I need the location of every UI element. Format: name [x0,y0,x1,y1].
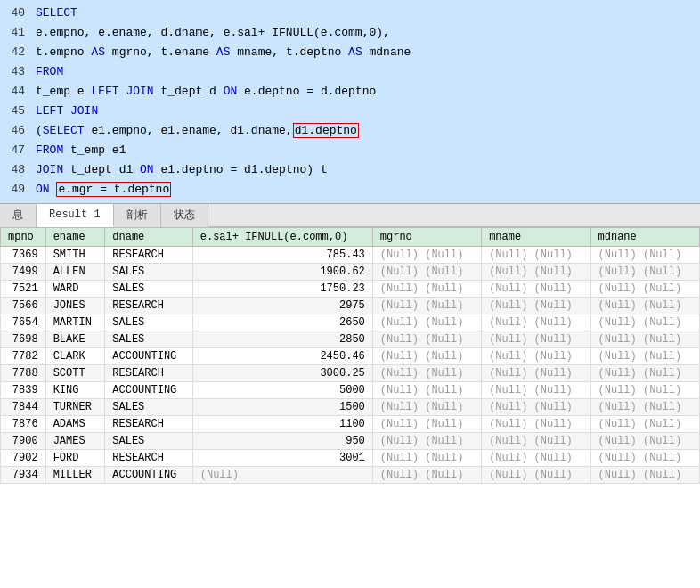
table-row: 7788SCOTTRESEARCH3000.25(Null) (Null)(Nu… [1,365,700,382]
table-row: 7698BLAKESALES2850(Null) (Null)(Null) (N… [1,331,700,348]
table-cell: (Null) (Null) [590,314,699,331]
keyword: AS [348,45,362,59]
table-cell: (Null) (Null) [482,450,590,467]
code-line: 44 t_emp e LEFT JOIN t_dept d ON e.deptn… [0,82,700,102]
code-line: 46 (SELECT e1.empno, e1.ename, d1.dname,… [0,121,700,141]
table-cell: WARD [45,281,105,298]
highlighted-text-2: e.mgr = t.deptno [56,182,171,197]
table-cell: (Null) (Null) [482,433,590,450]
null-value: (Null) (Null) [380,384,464,396]
line-content: (SELECT e1.empno, e1.ename, d1.dname,d1.… [32,122,700,140]
table-row: 7499ALLENSALES1900.62(Null) (Null)(Null)… [1,264,700,281]
code-line: 41 e.empno, e.ename, d.dname, e.sal+ IFN… [0,23,700,43]
line-number: 46 [0,122,32,140]
table-row: 7934MILLERACCOUNTING(Null)(Null) (Null)(… [1,467,700,484]
table-cell: SALES [105,281,192,298]
null-value: (Null) (Null) [380,350,464,363]
null-value: (Null) (Null) [598,265,682,278]
null-value: (Null) (Null) [380,469,464,481]
table-cell: RESEARCH [105,450,192,467]
table-cell: (Null) (Null) [372,399,481,416]
table-row: 7521WARDSALES1750.23(Null) (Null)(Null) … [1,281,700,298]
tab-息[interactable]: 息 [0,204,37,227]
table-cell: (Null) (Null) [482,348,590,365]
null-value: (Null) [200,469,239,481]
column-header: e.sal+ IFNULL(e.comm,0) [192,228,372,247]
keyword: FROM [36,143,63,157]
code-line: 45LEFT JOIN [0,102,700,121]
null-value: (Null) (Null) [598,299,682,312]
table-cell: (Null) (Null) [590,450,699,467]
table-cell: (Null) (Null) [482,247,590,264]
keyword: AS [91,45,105,59]
table-cell: SALES [105,399,192,416]
table-cell: (Null) (Null) [482,365,590,382]
null-value: (Null) (Null) [489,282,573,295]
table-cell: 1500 [192,399,372,416]
table-cell: (Null) (Null) [590,399,699,416]
table-cell: (Null) (Null) [482,298,590,314]
table-cell: (Null) (Null) [372,247,481,264]
line-number: 48 [0,161,32,179]
table-cell: 7902 [1,450,46,467]
null-value: (Null) (Null) [380,249,464,261]
table-cell: 2650 [192,314,372,331]
table-row: 7654MARTINSALES2650(Null) (Null)(Null) (… [1,314,700,331]
table-cell: SALES [105,314,192,331]
table-cell: (Null) (Null) [482,399,590,416]
table-cell: JAMES [45,433,105,450]
table-row: 7902FORDRESEARCH3001(Null) (Null)(Null) … [1,450,700,467]
code-line: 48 JOIN t_dept d1 ON e1.deptno = d1.dept… [0,160,700,180]
null-value: (Null) (Null) [489,384,573,396]
table-cell: (Null) (Null) [590,382,699,399]
table-cell: (Null) (Null) [590,247,699,264]
table-cell: TURNER [45,399,105,416]
null-value: (Null) (Null) [489,316,573,329]
line-content: SELECT [32,4,700,22]
line-content: LEFT JOIN [32,102,700,120]
null-value: (Null) (Null) [489,249,573,261]
table-cell: (Null) (Null) [372,450,481,467]
table-row: 7844TURNERSALES1500(Null) (Null)(Null) (… [1,399,700,416]
line-content: t.empno AS mgrno, t.ename AS mname, t.de… [32,44,700,61]
null-value: (Null) (Null) [380,265,464,278]
null-value: (Null) (Null) [489,350,573,363]
null-value: (Null) (Null) [598,282,682,295]
null-value: (Null) (Null) [598,316,682,329]
table-cell: 3000.25 [192,365,372,382]
table-cell: 7521 [1,281,46,298]
table-cell: JONES [45,298,105,314]
tab-状态[interactable]: 状态 [161,204,208,227]
table-cell: RESEARCH [105,247,192,264]
line-content: JOIN t_dept d1 ON e1.deptno = d1.deptno)… [32,161,700,179]
table-cell: (Null) (Null) [590,298,699,314]
table-cell: SALES [105,331,192,348]
null-value: (Null) (Null) [598,350,682,363]
table-cell: 7654 [1,314,46,331]
table-cell: (Null) (Null) [372,264,481,281]
line-number: 44 [0,83,32,101]
tab-剖析[interactable]: 剖析 [114,204,161,227]
table-cell: 7369 [1,247,46,264]
null-value: (Null) (Null) [598,435,682,447]
null-value: (Null) (Null) [489,265,573,278]
table-cell: SALES [105,264,192,281]
line-number: 47 [0,142,32,159]
table-cell: (Null) (Null) [372,365,481,382]
table-cell: 7934 [1,467,46,484]
keyword: LEFT JOIN [91,85,153,98]
table-cell: (Null) (Null) [372,281,481,298]
table-cell: 1900.62 [192,264,372,281]
table-cell: 7499 [1,264,46,281]
table-cell: 7900 [1,433,46,450]
code-line: 49ON e.mgr = t.deptno [0,180,700,200]
tab-Result-1[interactable]: Result 1 [37,204,114,227]
null-value: (Null) (Null) [380,316,464,329]
table-cell: 7566 [1,298,46,314]
null-value: (Null) (Null) [380,418,464,430]
column-header: ename [45,228,105,247]
table-cell: (Null) [192,467,372,484]
null-value: (Null) (Null) [380,333,464,346]
null-value: (Null) (Null) [489,418,573,430]
table-cell: MARTIN [45,314,105,331]
